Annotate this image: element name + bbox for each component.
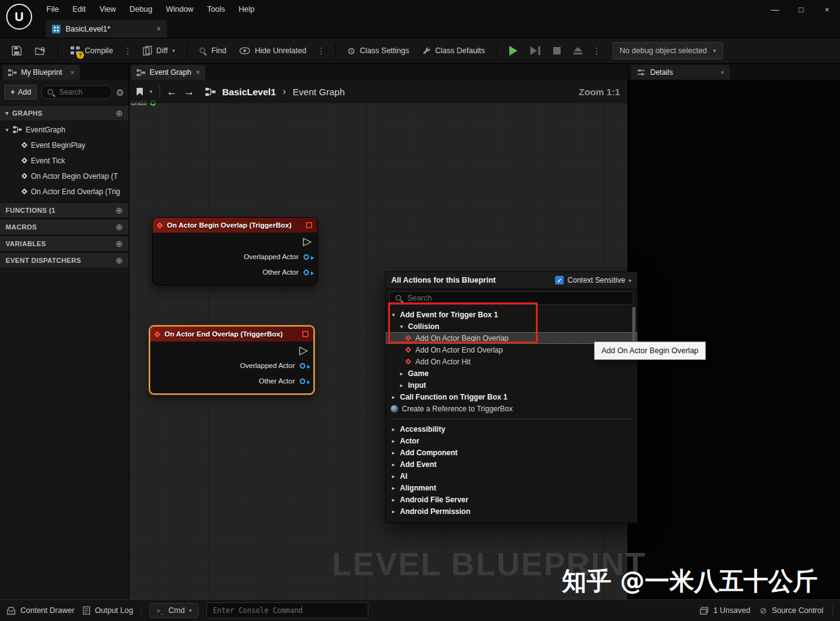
add-macro-icon[interactable]: ⊕ — [116, 222, 123, 232]
hide-unrelated-button[interactable]: Hide Unrelated — [235, 43, 310, 59]
source-control-button[interactable]: ⊘ Source Control — [760, 606, 823, 615]
chevron-down-icon: ▾ — [713, 48, 716, 54]
action-create-reference-triggerbox[interactable]: Create a Reference to TriggerBox — [386, 403, 637, 414]
caret-right-icon[interactable]: ▸ — [629, 277, 632, 283]
section-functions[interactable]: FUNCTIONS (1⊕ — [0, 202, 129, 218]
action-category-android-permission[interactable]: ▸Android Permission — [386, 505, 637, 517]
unsaved-button[interactable]: 1 Unsaved — [700, 606, 750, 615]
tab-close-icon[interactable]: × — [156, 25, 161, 33]
actions-search-input[interactable] — [407, 294, 628, 302]
action-category-input[interactable]: ▸Input — [386, 379, 637, 391]
section-event-dispatchers[interactable]: EVENT DISPATCHERS⊕ — [0, 252, 129, 268]
unsaved-icon — [700, 607, 708, 615]
close-button[interactable]: × — [814, 0, 840, 19]
action-category-add-component[interactable]: ▸Add Component — [386, 447, 637, 458]
action-category-ai[interactable]: ▸AI — [386, 470, 637, 482]
actions-search-box[interactable] — [389, 291, 634, 305]
panel-settings-gear-icon[interactable]: ⚙ — [116, 88, 124, 97]
console-command-input[interactable] — [206, 602, 368, 619]
menu-window[interactable]: Window — [159, 2, 200, 17]
cmd-dropdown[interactable]: >_ Cmd ▾ — [150, 603, 198, 618]
menu-tools[interactable]: Tools — [200, 2, 232, 17]
class-defaults-button[interactable]: Class Defaults — [418, 43, 490, 59]
section-variables[interactable]: VARIABLES⊕ — [0, 235, 129, 252]
diff-button[interactable]: Diff ▾ — [138, 42, 179, 59]
hide-unrelated-options-icon[interactable]: ⋮ — [315, 46, 328, 56]
class-settings-button[interactable]: ⚙Class Settings — [343, 43, 414, 59]
action-category-game[interactable]: ▸Game — [386, 367, 637, 379]
action-category-alignment[interactable]: ▸Alignment — [386, 482, 637, 494]
tab-close-icon[interactable]: × — [721, 69, 724, 76]
tooltip-text: Add On Actor Begin Overlap — [601, 346, 698, 355]
play-options-icon[interactable]: ⋮ — [591, 46, 603, 56]
tree-item-event-beginplay[interactable]: Event BeginPlay — [0, 137, 129, 153]
toolbar-separator — [57, 43, 58, 58]
compile-button[interactable]: ? Compile — [66, 42, 117, 59]
tree-item-begin-overlap[interactable]: On Actor Begin Overlap (T — [0, 168, 129, 184]
add-variable-icon[interactable]: ⊕ — [116, 239, 123, 249]
play-button[interactable] — [505, 42, 522, 59]
breadcrumb-graph[interactable]: Event Graph — [293, 87, 345, 97]
action-category-collision[interactable]: ▾Collision — [386, 320, 637, 332]
section-macros[interactable]: MACROS⊕ — [0, 218, 129, 235]
menu-file[interactable]: File — [40, 2, 66, 17]
context-sensitive-toggle[interactable]: ✓ Context Sensitive ▸ — [555, 276, 632, 285]
add-function-icon[interactable]: ⊕ — [116, 205, 123, 215]
maximize-button[interactable]: □ — [788, 0, 814, 19]
add-graph-icon[interactable]: ⊕ — [116, 108, 123, 118]
menu-view[interactable]: View — [93, 2, 123, 17]
object-pin-icon[interactable] — [300, 379, 305, 384]
eject-button[interactable] — [569, 43, 587, 58]
add-dispatcher-icon[interactable]: ⊕ — [116, 255, 123, 265]
tree-item-event-tick[interactable]: Event Tick — [0, 153, 129, 168]
exec-pin-icon[interactable]: ▷ — [299, 345, 308, 356]
menu-help[interactable]: Help — [232, 2, 261, 17]
bookmark-icon[interactable] — [137, 88, 143, 96]
action-category-call-function-triggerbox[interactable]: ▸Call Function on Trigger Box 1 — [386, 391, 637, 403]
object-pin-icon[interactable] — [303, 254, 309, 260]
menu-edit[interactable]: Edit — [66, 2, 93, 17]
tree-item-end-overlap[interactable]: On Actor End Overlap (Trig — [0, 184, 129, 199]
node-header[interactable]: On Actor End Overlap (TriggerBox) — [150, 327, 313, 341]
panel-close-icon[interactable]: × — [70, 69, 74, 76]
find-button[interactable]: Find — [195, 43, 231, 59]
node-header[interactable]: On Actor Begin Overlap (TriggerBox) — [153, 218, 317, 233]
browse-button[interactable] — [30, 43, 50, 59]
tab-basiclevel1[interactable]: BasicLevel1* × — [46, 20, 167, 38]
output-log-button[interactable]: Output Log — [83, 606, 134, 615]
exec-pin-icon[interactable]: ▷ — [303, 236, 312, 247]
stop-button[interactable] — [549, 43, 565, 58]
back-icon[interactable]: ← — [167, 87, 177, 97]
breadcrumb-blueprint[interactable]: BasicLevel1 — [223, 87, 276, 97]
forward-icon[interactable]: → — [184, 87, 195, 97]
tab-close-icon[interactable]: × — [195, 68, 200, 77]
action-tooltip: Add On Actor Begin Overlap — [594, 341, 706, 360]
tab-my-blueprint[interactable]: My Blueprint × — [2, 65, 80, 80]
tab-details[interactable]: Details × — [631, 65, 730, 80]
node-on-actor-end-overlap[interactable]: On Actor End Overlap (TriggerBox) ▷ Over… — [149, 325, 315, 395]
bookmark-chevron-icon[interactable]: ▾ — [150, 88, 153, 95]
event-icon — [405, 347, 412, 353]
frame-skip-button[interactable] — [526, 43, 545, 59]
add-button[interactable]: +Add — [4, 85, 37, 100]
debug-object-dropdown[interactable]: No debug object selected ▾ — [613, 42, 724, 59]
action-category-accessibility[interactable]: ▸Accessibility — [386, 423, 637, 435]
object-pin-icon[interactable] — [300, 363, 305, 369]
tab-event-graph[interactable]: Event Graph × — [131, 65, 205, 80]
action-category-add-event[interactable]: ▸Add Event — [386, 458, 637, 470]
content-drawer-button[interactable]: Content Drawer — [7, 606, 75, 615]
object-pin-icon[interactable] — [303, 270, 309, 275]
blueprint-search-box[interactable] — [41, 85, 112, 99]
node-on-actor-begin-overlap[interactable]: On Actor Begin Overlap (TriggerBox) ▷ Ov… — [152, 217, 318, 285]
tree-item-eventgraph[interactable]: ▾ EventGraph — [0, 122, 129, 137]
minimize-button[interactable]: — — [762, 0, 788, 19]
action-category-android-file-server[interactable]: ▸Android File Server — [386, 494, 637, 505]
menu-debug[interactable]: Debug — [123, 2, 159, 17]
section-graphs[interactable]: ▾ GRAPHS ⊕ — [0, 105, 129, 121]
save-button[interactable] — [7, 42, 26, 59]
checkbox-checked-icon[interactable]: ✓ — [555, 276, 564, 285]
blueprint-search-input[interactable] — [59, 88, 106, 96]
action-category-actor[interactable]: ▸Actor — [386, 435, 637, 447]
compile-options-icon[interactable]: ⋮ — [122, 46, 134, 56]
action-category-add-event-triggerbox[interactable]: ▾Add Event for Trigger Box 1 — [386, 309, 637, 320]
